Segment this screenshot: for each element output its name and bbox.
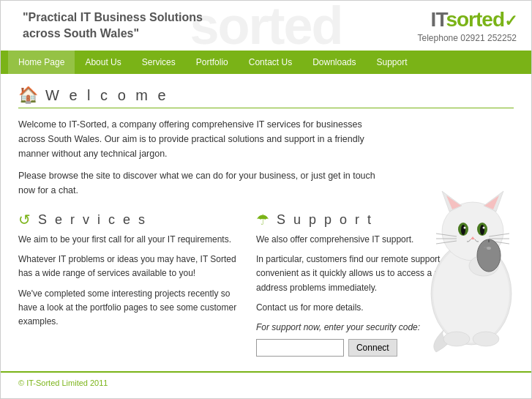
main-content: 🏠 W e l c o m e Welcome to IT-Sorted, a … [1, 74, 531, 371]
svg-point-9 [461, 225, 465, 235]
services-text1: We aim to be your first call for all you… [18, 233, 241, 247]
svg-point-11 [464, 227, 466, 229]
welcome-divider [18, 108, 514, 108]
svg-point-21 [477, 239, 501, 272]
cat-image [414, 147, 531, 352]
welcome-text2: Please browse the site to discover what … [18, 168, 384, 198]
services-header: ↺ S e r v i c e s [18, 211, 241, 228]
nav: Home Page About Us Services Portfolio Co… [1, 51, 531, 74]
services-icon: ↺ [18, 211, 31, 228]
header: "Practical IT Business Solutions across … [1, 1, 531, 51]
welcome-text: Welcome to IT-Sorted, a company offering… [18, 117, 384, 161]
services-text3: We've completed some interesting project… [18, 287, 241, 329]
services-title: S e r v i c e s [38, 212, 147, 228]
logo-area: ITsorted✓ Telephone 02921 252252 [418, 8, 517, 43]
svg-point-25 [443, 332, 470, 346]
logo-phone: Telephone 02921 252252 [418, 33, 517, 43]
header-tagline: "Practical IT Business Solutions across … [23, 10, 203, 42]
svg-point-12 [483, 227, 485, 229]
svg-point-10 [480, 225, 484, 235]
connect-button[interactable]: Connect [348, 339, 397, 357]
footer: © IT-Sorted Limited 2011 [1, 371, 531, 392]
nav-item-support[interactable]: Support [367, 51, 418, 74]
support-title: S u p p o r t [277, 212, 373, 228]
header-watermark: sorted [190, 1, 342, 51]
logo-text: ITsorted✓ [418, 8, 517, 31]
nav-item-portfolio[interactable]: Portfolio [186, 51, 239, 74]
welcome-title: W e l c o m e [45, 87, 169, 104]
services-section: ↺ S e r v i c e s We aim to be your firs… [18, 211, 256, 357]
nav-item-home[interactable]: Home Page [8, 51, 75, 74]
services-text2: Whatever IT problems or ideas you may ha… [18, 253, 241, 280]
svg-point-26 [473, 332, 499, 346]
footer-text: © IT-Sorted Limited 2011 [18, 379, 108, 387]
welcome-header: 🏠 W e l c o m e [18, 86, 514, 105]
support-icon: ☂ [256, 211, 269, 228]
svg-point-24 [487, 247, 491, 250]
home-icon: 🏠 [18, 86, 38, 105]
nav-item-about[interactable]: About Us [75, 51, 131, 74]
nav-item-services[interactable]: Services [132, 51, 186, 74]
security-input[interactable] [256, 339, 344, 357]
nav-item-contact[interactable]: Contact Us [239, 51, 302, 74]
nav-item-downloads[interactable]: Downloads [302, 51, 366, 74]
